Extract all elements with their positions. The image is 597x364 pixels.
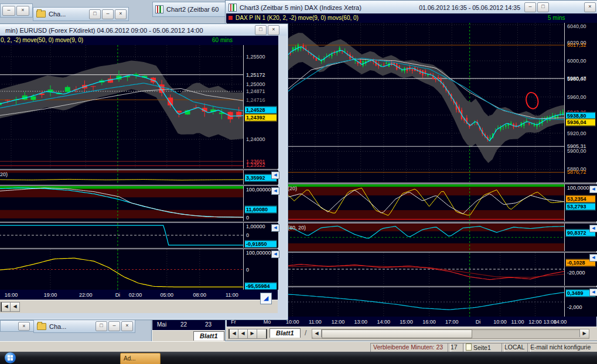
minimize-button[interactable]: – [2,6,15,16]
chart1-time-axis[interactable]: Mai 22 23 2 [152,320,228,330]
panel-collapse-button[interactable]: ◀ [271,224,279,232]
time-label: 12:00 [332,319,345,325]
price-label: 5980,47 [567,75,586,81]
indicator-header-text: DAX P IN 1 (K20, 2, -2) move(9, 0) movs(… [236,15,359,21]
chart3-titlebar[interactable]: Chart3 (Zeitbar 5 min) DAX (Indizes Xetr… [226,1,597,13]
panelA-header: (20) [0,171,8,177]
chart2-titlebar[interactable]: min) EURUSD (Forex FXdirekt) 04.06.2012 … [0,25,287,36]
scroll-right-button[interactable]: ▶ [579,329,589,337]
eurusd-price-chart[interactable] [0,45,243,169]
time-label: Di [476,319,481,325]
taskbar-active-app-button[interactable]: Ad... [120,353,161,364]
stochastic-panel[interactable] [0,186,243,221]
time-label: 08:00 [193,292,207,298]
time-label: 13:00 [354,319,367,325]
nav-last-button[interactable] [257,329,267,339]
restore-button[interactable]: □ [95,321,107,331]
horizontal-scrollbar[interactable]: ◀ ▶ [312,329,589,339]
close-button[interactable]: × [268,25,279,35]
status-remaining-minutes: Verbleibende Minuten: 23 [370,343,451,352]
price-label: 1,24716 [246,97,265,103]
jump-to-latest-button[interactable]: ◢ [260,293,272,304]
panel-collapse-button[interactable]: ◀ [589,225,597,232]
time-label: 19:00 [44,292,57,298]
panel-collapse-button[interactable]: ◀ [589,254,597,262]
status-page: Seite1 [463,343,505,352]
minimize-button[interactable]: – [102,9,114,19]
tab-strip-divider: / [305,329,306,337]
time-label: 14:00 [377,319,391,325]
price-label: 0 [246,215,249,221]
time-label: 16:00 [5,292,18,298]
restore-button[interactable]: □ [89,9,101,19]
nav-prev-button[interactable]: ◀ [238,329,248,339]
desktop: – × Cha... □ – × Chart2 (Zeitbar 60 × Ch… [0,0,597,364]
panel2-header: (80, 20) [288,225,306,231]
price-label: 100,00000 [246,250,271,256]
price-axis[interactable]: 6040,006020,006000,005980,005960,005940,… [564,23,597,182]
oscillator-panel[interactable] [0,249,243,290]
chart2-back-titlebar[interactable]: Chart2 (Zeitbar 60 [152,2,230,17]
price-label: 1,24000 [246,136,265,142]
time-label: 17:00 [445,319,459,325]
time-axis[interactable]: 16:0019:0022:00Di02:0005:0008:0011:00 [0,290,278,300]
price-label: 1,25172 [246,72,265,78]
status-page-label: Seite1 [473,344,491,351]
price-label: 0 [246,267,249,273]
price-badge: 1,24392 [244,114,277,122]
nav-next-button[interactable]: ▶ [247,329,257,339]
price-badge: -0,91850 [244,240,277,248]
time-label: 14:00 [554,319,567,325]
page-icon [466,344,472,351]
indicator-panel-a[interactable] [0,170,243,184]
time-label: 23 [205,321,211,328]
start-button[interactable] [5,352,16,363]
cha-window-titlebar-bottom[interactable]: Cha... □ – × [33,320,135,333]
windows-logo-icon [8,355,10,358]
folder-icon [36,11,46,18]
minimize-button[interactable]: – [524,2,536,12]
price-badge: -95,55984 [244,283,277,290]
panel-collapse-button[interactable]: ◀ [271,250,279,258]
chart2-back-title: Chart2 (Zeitbar 60 [166,6,219,13]
price-axis[interactable]: 1,255001,250001,245001,240001,251721,248… [243,45,278,169]
minimize-button[interactable]: – [108,321,120,331]
panel-collapse-button[interactable]: ◀ [271,187,279,195]
close-button[interactable]: × [18,322,30,331]
price-label: 100,00000 [246,187,271,193]
close-button[interactable]: × [16,6,29,16]
price-badge: 5936,04 [565,118,596,126]
restore-button[interactable]: □ [255,25,267,35]
price-label: 5905,31 [567,143,586,149]
price-label: 5960,00 [567,94,586,100]
restore-button[interactable]: □ [537,2,549,12]
panel-collapse-button[interactable]: ◀ [589,186,597,193]
panel-collapse-button[interactable]: ◀ [271,171,279,179]
time-label: 22:00 [79,292,93,298]
panel1-header: (20) [288,186,297,191]
price-label: 1,23522 [246,162,265,168]
panel-collapse-button[interactable]: ◀ [589,289,597,296]
time-label: 16:00 [422,319,436,325]
price-label: 6017,32 [567,42,586,48]
cha-window-titlebar-top[interactable]: Cha... □ – × [33,7,129,21]
close-button[interactable]: × [584,2,596,12]
close-button[interactable]: × [115,9,127,19]
signal-panel[interactable] [0,223,243,248]
price-label: 6000,00 [567,58,586,64]
sheet-tab-blatt1[interactable]: Blatt1 [193,331,224,341]
time-label: 11:00 [309,319,322,325]
nav-prev-button[interactable]: ◀ [10,302,20,312]
close-button[interactable]: × [121,321,133,331]
price-badge: 53,2793 [565,202,596,210]
scroll-left-button[interactable]: ◀ [312,329,322,337]
scrollbar-thumb[interactable] [322,329,472,338]
price-label: -2,000 [567,304,582,310]
price-badge: 53,2354 [565,195,596,203]
chart2-window: min) EURUSD (Forex FXdirekt) 04.06.2012 … [0,23,288,320]
price-label: 0 [246,232,249,238]
sheet-tab-blatt1[interactable]: Blatt1 [269,328,301,338]
background-titlebar-fragment-bottom: × [0,320,34,332]
time-label: 10:00 [493,319,507,325]
time-label: Di [115,292,121,298]
